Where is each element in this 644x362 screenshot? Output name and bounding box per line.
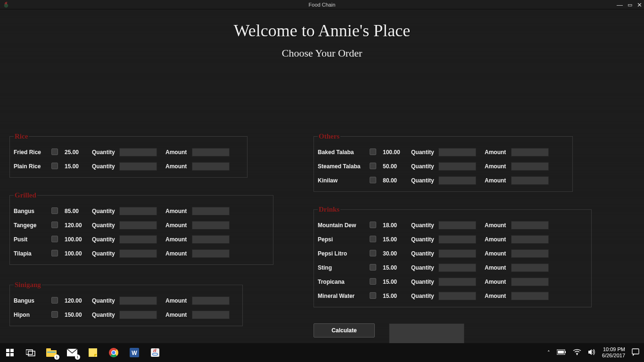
svg-rect-3 bbox=[6, 353, 9, 356]
item-checkbox[interactable] bbox=[51, 236, 58, 242]
mail-icon[interactable] bbox=[66, 346, 78, 359]
item-price: 85.00 bbox=[65, 208, 92, 214]
group-grilled: Grilled Bangus85.00QuantityAmountTangege… bbox=[9, 191, 273, 265]
taskview-icon[interactable] bbox=[25, 346, 37, 359]
item-price: 15.00 bbox=[383, 264, 411, 271]
quantity-input[interactable] bbox=[119, 296, 157, 305]
group-drinks: Drinks Mountain Dew18.00QuantityAmountPe… bbox=[314, 206, 592, 307]
taskbar-clock[interactable]: 10:09 PM 6/26/2017 bbox=[602, 346, 625, 359]
rice-row: Fried Rice25.00QuantityAmount bbox=[14, 145, 243, 159]
quantity-input[interactable] bbox=[438, 176, 476, 185]
item-name: Sting bbox=[318, 264, 370, 271]
quantity-label: Quantity bbox=[411, 149, 438, 156]
item-checkbox[interactable] bbox=[51, 222, 58, 228]
group-others: Others Baked Talaba100.00QuantityAmountS… bbox=[314, 132, 573, 192]
quantity-input[interactable] bbox=[438, 148, 476, 156]
item-price: 120.00 bbox=[65, 222, 92, 229]
amount-label: Amount bbox=[485, 293, 511, 299]
rice-rows: Fried Rice25.00QuantityAmountPlain Rice1… bbox=[14, 145, 243, 173]
quantity-label: Quantity bbox=[92, 236, 119, 243]
word-icon[interactable]: W bbox=[128, 346, 140, 359]
amount-label: Amount bbox=[485, 163, 511, 170]
svg-rect-2 bbox=[10, 349, 14, 352]
minimize-button[interactable]: — bbox=[617, 1, 623, 8]
quantity-input[interactable] bbox=[119, 148, 157, 156]
quantity-label: Quantity bbox=[411, 264, 438, 271]
item-checkbox[interactable] bbox=[370, 177, 376, 183]
quantity-input[interactable] bbox=[438, 235, 476, 244]
quantity-input[interactable] bbox=[438, 278, 476, 286]
group-drinks-title: Drinks bbox=[318, 206, 340, 214]
item-checkbox[interactable] bbox=[370, 278, 376, 285]
quantity-input[interactable] bbox=[119, 162, 157, 171]
item-checkbox[interactable] bbox=[370, 163, 376, 169]
sticky-notes-icon[interactable] bbox=[87, 346, 99, 359]
amount-output bbox=[511, 292, 549, 300]
drinks-rows: Mountain Dew18.00QuantityAmountPepsi15.0… bbox=[318, 218, 587, 303]
item-name: Baked Talaba bbox=[318, 149, 370, 156]
amount-output bbox=[192, 311, 230, 319]
maximize-button[interactable]: ▭ bbox=[627, 2, 632, 8]
grilled-row: Pusit100.00QuantityAmount bbox=[14, 232, 269, 247]
chrome-icon[interactable] bbox=[107, 346, 120, 359]
item-checkbox[interactable] bbox=[370, 264, 376, 271]
quantity-input[interactable] bbox=[438, 162, 476, 171]
amount-output bbox=[511, 221, 549, 230]
group-sinigang: Sinigang Bangus120.00QuantityAmountHipon… bbox=[9, 281, 243, 326]
choose-subtitle: Choose Your Order bbox=[0, 47, 644, 59]
calculate-button[interactable]: Calculate bbox=[314, 323, 375, 337]
svg-rect-6 bbox=[28, 351, 35, 356]
quantity-input[interactable] bbox=[119, 311, 157, 319]
item-checkbox[interactable] bbox=[51, 311, 58, 318]
rice-row: Plain Rice15.00QuantityAmount bbox=[14, 159, 243, 173]
item-checkbox[interactable] bbox=[51, 148, 58, 155]
quantity-label: Quantity bbox=[92, 208, 119, 214]
item-checkbox[interactable] bbox=[51, 163, 58, 169]
quantity-input[interactable] bbox=[438, 249, 476, 258]
quantity-input[interactable] bbox=[119, 207, 157, 215]
item-name: Tangege bbox=[14, 222, 51, 229]
close-button[interactable]: ✕ bbox=[637, 1, 642, 8]
item-checkbox[interactable] bbox=[370, 250, 376, 256]
amount-output bbox=[192, 148, 230, 156]
others-row: Baked Talaba100.00QuantityAmount bbox=[318, 145, 569, 159]
quantity-input[interactable] bbox=[438, 263, 476, 272]
amount-label: Amount bbox=[485, 177, 511, 184]
start-icon[interactable] bbox=[4, 346, 16, 359]
item-name: Kinilaw bbox=[318, 177, 370, 184]
item-checkbox[interactable] bbox=[51, 250, 58, 256]
quantity-input[interactable] bbox=[119, 249, 157, 258]
quantity-input[interactable] bbox=[119, 221, 157, 230]
explorer-icon[interactable] bbox=[45, 346, 58, 359]
quantity-input[interactable] bbox=[438, 221, 476, 230]
item-checkbox[interactable] bbox=[51, 297, 58, 304]
item-name: Mountain Dew bbox=[318, 222, 370, 229]
java-app-icon[interactable] bbox=[149, 346, 161, 359]
quantity-input[interactable] bbox=[119, 235, 157, 244]
item-name: Fried Rice bbox=[14, 149, 51, 156]
sinigang-rows: Bangus120.00QuantityAmountHipon150.00Qua… bbox=[14, 294, 239, 322]
svg-rect-25 bbox=[632, 349, 639, 354]
clock-time: 10:09 PM bbox=[602, 346, 625, 353]
group-grilled-title: Grilled bbox=[14, 191, 37, 199]
wifi-icon[interactable] bbox=[573, 349, 581, 356]
amount-output bbox=[192, 296, 230, 305]
item-checkbox[interactable] bbox=[370, 222, 376, 228]
window-title: Food Chain bbox=[309, 2, 336, 8]
item-checkbox[interactable] bbox=[370, 292, 376, 299]
page-headings: Welcome to Annie's Place Choose Your Ord… bbox=[0, 21, 644, 59]
item-name: Pusit bbox=[14, 236, 51, 243]
quantity-input[interactable] bbox=[438, 292, 476, 300]
item-checkbox[interactable] bbox=[51, 207, 58, 214]
item-checkbox[interactable] bbox=[370, 236, 376, 242]
amount-label: Amount bbox=[165, 312, 192, 318]
item-name: Bangus bbox=[14, 208, 51, 214]
battery-icon[interactable] bbox=[557, 349, 566, 356]
tray-chevron-icon[interactable]: ˄ bbox=[547, 350, 550, 356]
action-center-icon[interactable] bbox=[632, 348, 639, 357]
item-checkbox[interactable] bbox=[370, 148, 376, 155]
volume-icon[interactable] bbox=[588, 349, 595, 356]
svg-rect-23 bbox=[558, 351, 564, 354]
amount-label: Amount bbox=[165, 208, 192, 214]
others-row: Kinilaw80.00QuantityAmount bbox=[318, 173, 569, 188]
